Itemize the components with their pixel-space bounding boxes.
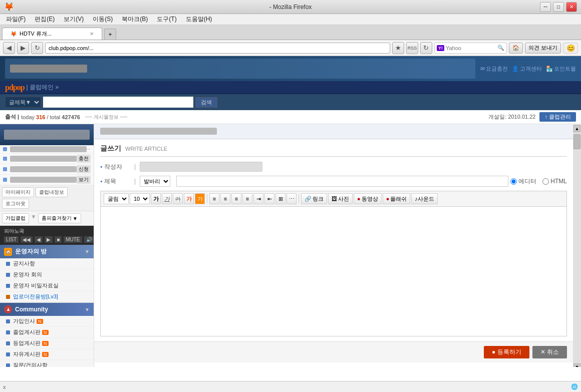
align-center-button[interactable]: ≡ [220,193,230,204]
sidebar-item-greet[interactable]: 가입인사 N [0,316,94,327]
bold-button[interactable]: 가 [151,193,161,204]
my-page-button[interactable]: 마이페이지 [2,187,34,197]
editor-area[interactable] [100,206,567,336]
star-button[interactable]: ★ [392,42,404,54]
customer-button[interactable]: 👤 고객센터 [512,65,542,73]
photo-icon: 🖼 [332,196,337,202]
video-button[interactable]: ● 동영상 [354,193,382,204]
menu-view[interactable]: 보기(V) [60,14,88,25]
yahoo-search-input[interactable] [446,45,496,51]
refresh-button[interactable]: ↻ [31,42,43,54]
link-button[interactable]: 🔗 링크 [301,193,327,204]
sidebar-join-row: 가입클럽 ▼ 홈피즐겨찾기 ▼ [0,211,94,226]
sidebar-item-graduate[interactable]: 졸업계시판 N [0,327,94,338]
sidebar-item-secret[interactable]: 운영자 비밀자료실 [0,280,94,291]
editor-toggle: 에디터 HTML [510,177,567,186]
search-category-select[interactable]: 글제목▼ [5,97,41,108]
sound-button[interactable]: ♪사운드 [411,193,438,204]
editor-radio[interactable] [510,178,517,185]
search-input[interactable] [43,97,193,108]
community-section-header[interactable]: ♟ Community ▼ [0,303,94,316]
menu-go[interactable]: 이동(S) [89,14,117,25]
more-button[interactable]: ⋯ [286,193,297,204]
font-size-select[interactable]: 10 [130,193,150,204]
music-list-button[interactable]: LIST [4,236,19,243]
fee-button[interactable]: ✉ 요금충전 [480,65,508,73]
community-section-title: Community [15,306,85,313]
right-scrollbar[interactable]: ▲ ▼ ▼ [573,124,581,367]
sidebar-item-meeting[interactable]: 운영자 회의 [0,269,94,280]
italic-button[interactable]: 가 [162,193,172,204]
today-count: 316 [36,114,45,120]
close-button[interactable]: ✕ [566,2,577,12]
home-button[interactable]: 🏠 [509,43,523,54]
font-family-select[interactable]: 굴림 [104,193,129,204]
table-button[interactable]: ⊞ [275,193,285,204]
stats-bar: 출석 | today 316 / total 427476 ── 게시물정보 ─… [0,110,581,124]
browser-tab[interactable]: 🦊 HDTV 류개... ✕ [2,28,102,40]
forward-button[interactable]: ▶ [17,42,29,54]
scroll-up-button[interactable]: ▲ [573,125,580,132]
sidebar-item-free[interactable]: 자유계시판 N [0,349,94,360]
address-input[interactable] [45,43,390,54]
flash-dot-icon: ● [386,196,390,202]
rss-button[interactable]: RSS [406,42,418,54]
reload-button[interactable]: ↻ [420,42,432,54]
point-button[interactable]: 🏪 포인트몰 [546,65,576,73]
scroll-thumb[interactable] [573,134,580,149]
menu-tools[interactable]: 도구(T) [153,14,180,25]
tab-close[interactable]: ✕ [90,31,94,37]
menu-help[interactable]: 도움말(H) [182,14,216,25]
tab-label: HDTV 류개... [20,30,52,38]
minimize-button[interactable]: ─ [540,2,551,12]
html-label: HTML [550,178,567,185]
music-prev-prev-button[interactable]: ◀◀ [21,236,33,243]
menu-file[interactable]: 파일(F) [2,14,30,25]
align-right-button[interactable]: ≡ [231,193,241,204]
indent-button[interactable]: ⇥ [253,193,263,204]
search-button[interactable]: 검색 [195,97,217,108]
sidebar-item-question[interactable]: 질문/건의사항 [0,360,94,367]
maximize-button[interactable]: □ [553,2,564,12]
music-mute-button[interactable]: MUTE [64,236,82,243]
strikethrough-button[interactable]: 가 [173,193,183,204]
highlight-button[interactable]: 가 [195,193,205,204]
title-prefix-select[interactable]: 발바리 [140,176,170,187]
write-title: 글쓰기 [100,144,121,153]
new-tab-button[interactable]: + [104,29,116,40]
scroll-down-button-1[interactable]: ▼ [573,363,580,367]
logout-button[interactable]: 로그아웃 [2,199,29,209]
align-left-button[interactable]: ≡ [209,193,219,204]
club-manage-button[interactable]: ↑ 클럽관리 [539,112,576,122]
operator-section-header[interactable]: 🏠 운영자의 방 ▼ [0,245,94,258]
club-main-label: | 클럽메인 » [27,83,59,92]
sidebar-item-levelup[interactable]: 등업계시판 N [0,338,94,349]
dot-icon [6,363,10,367]
sidebar-item-uploader[interactable]: 업로더전용방[Lv3] [0,291,94,302]
html-radio[interactable] [542,178,549,185]
photo-button[interactable]: 🖼 사진 [328,193,353,204]
back-button[interactable]: ◀ [3,42,15,54]
music-volume-button[interactable]: 🔊 [84,236,94,243]
flash-button[interactable]: ● 플래쉬 [383,193,411,204]
home-shortcut-button[interactable]: 홈피즐겨찾기 ▼ [38,213,81,223]
sidebar-item-notice[interactable]: 공지사항 [0,258,94,269]
title-input[interactable] [176,176,508,187]
list-button[interactable]: ≡ [242,193,252,204]
music-stop-button[interactable]: ■ [55,236,62,243]
menu-edit[interactable]: 편집(E) [31,14,59,25]
operator-icon: 🏠 [4,248,12,256]
menu-bookmarks[interactable]: 북마크(B) [118,14,152,25]
submit-button[interactable]: ● 등록하기 [484,346,529,358]
title-row: 제목 | 발바리 에디터 HTML [100,176,567,187]
music-play-button[interactable]: ▶ [45,236,53,243]
join-club-button[interactable]: 가입클럽 [2,213,29,223]
search-icon[interactable]: 🔍 [497,45,504,51]
feedback-button[interactable]: 의견 보내기 [525,43,561,54]
toolbar-divider-1 [207,194,207,203]
font-color-button[interactable]: 가 [184,193,194,204]
music-prev-button[interactable]: ◀ [35,236,43,243]
cancel-button[interactable]: ✕ 취소 [532,346,567,358]
outdent-button[interactable]: ⇤ [264,193,274,204]
club-info-button[interactable]: 클럽내정보 [36,187,68,197]
